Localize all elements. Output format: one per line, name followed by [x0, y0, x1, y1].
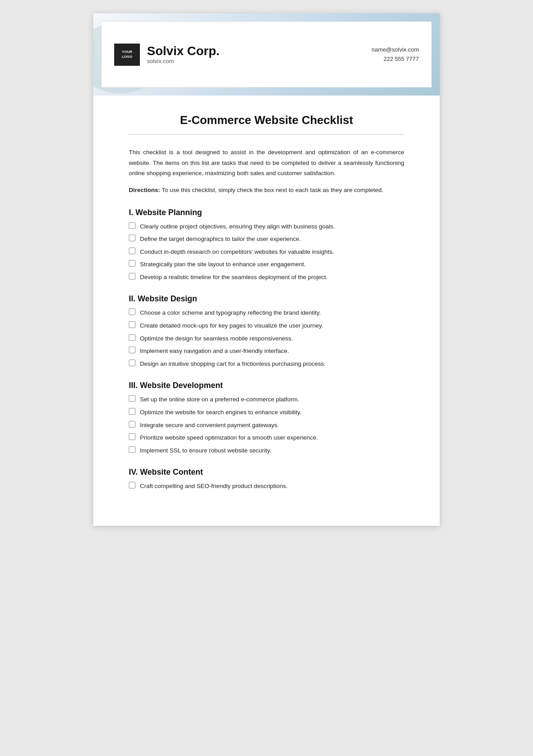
checklist-item: Choose a color scheme and typography ref…	[129, 308, 404, 318]
checkbox[interactable]	[129, 334, 135, 341]
checkbox[interactable]	[129, 273, 135, 280]
directions-text: To use this checklist, simply check the …	[160, 187, 384, 193]
checkbox[interactable]	[129, 321, 135, 328]
checkbox[interactable]	[129, 347, 135, 353]
section-2: II. Website DesignChoose a color scheme …	[129, 294, 404, 368]
section-2-title: II. Website Design	[129, 294, 404, 304]
checklist-item-label: Implement easy navigation and a user-fri…	[140, 346, 289, 356]
intro-paragraph: This checklist is a tool designed to ass…	[129, 147, 404, 179]
company-info: Solvix Corp. solvix.com	[147, 44, 219, 65]
checklist-item: Implement SSL to ensure robust website s…	[129, 446, 404, 456]
header-contact: name@solvix.com 222 555 7777	[372, 45, 419, 64]
directions-paragraph: Directions: To use this checklist, simpl…	[129, 185, 404, 196]
checklist-item: Implement easy navigation and a user-fri…	[129, 346, 404, 356]
checklist-item-label: Clearly outline project objectives, ensu…	[140, 222, 335, 232]
checklist-item: Conduct in-depth research on competitors…	[129, 247, 404, 257]
checklist-item-label: Define the target demographics to tailor…	[140, 234, 301, 244]
section-4-title: IV. Website Content	[129, 468, 404, 477]
checklist-item: Craft compelling and SEO-friendly produc…	[129, 481, 404, 491]
section-4: IV. Website ContentCraft compelling and …	[129, 468, 404, 491]
section-1-title: I. Website Planning	[129, 208, 404, 217]
checklist-item-label: Conduct in-depth research on competitors…	[140, 247, 334, 257]
checklist-item: Strategically plan the site layout to en…	[129, 260, 404, 269]
directions-label: Directions:	[129, 187, 160, 193]
checkbox[interactable]	[129, 433, 135, 440]
checkbox[interactable]	[129, 395, 135, 402]
checklist-item: Define the target demographics to tailor…	[129, 234, 404, 244]
page: YOUR LOGO Solvix Corp. solvix.com name@s…	[93, 13, 440, 526]
checklist-item: Integrate secure and convenient payment …	[129, 420, 404, 430]
checklist-item: Develop a realistic timeline for the sea…	[129, 272, 404, 282]
checkbox[interactable]	[129, 360, 135, 366]
checklist-item: Prioritize website speed optimization fo…	[129, 433, 404, 443]
checklist-item-label: Develop a realistic timeline for the sea…	[140, 272, 327, 282]
checklist-item-label: Integrate secure and convenient payment …	[140, 420, 279, 430]
title-divider	[129, 134, 404, 135]
checklist-item-label: Strategically plan the site layout to en…	[140, 260, 306, 269]
checklist-item: Clearly outline project objectives, ensu…	[129, 222, 404, 232]
checklist-item: Optimize the website for search engines …	[129, 408, 404, 417]
checkbox[interactable]	[129, 408, 135, 415]
sections-container: I. Website PlanningClearly outline proje…	[129, 208, 404, 492]
checkbox[interactable]	[129, 260, 135, 267]
checklist-item-label: Implement SSL to ensure robust website s…	[140, 446, 271, 456]
logo-line2: LOGO	[122, 55, 132, 59]
checkbox[interactable]	[129, 482, 135, 488]
checklist-item-label: Choose a color scheme and typography ref…	[140, 308, 321, 318]
checkbox[interactable]	[129, 222, 135, 229]
section-1: I. Website PlanningClearly outline proje…	[129, 208, 404, 282]
section-3-title: III. Website Development	[129, 381, 404, 390]
checklist-item-label: Optimize the website for search engines …	[140, 408, 302, 417]
logo-box: YOUR LOGO	[114, 44, 140, 66]
checklist-item-label: Optimize the design for seamless mobile …	[140, 334, 293, 344]
contact-email: name@solvix.com	[372, 45, 419, 55]
checkbox[interactable]	[129, 446, 135, 453]
checklist-item: Optimize the design for seamless mobile …	[129, 334, 404, 344]
checkbox[interactable]	[129, 421, 135, 428]
contact-phone: 222 555 7777	[372, 55, 419, 64]
checklist-item-label: Create detailed mock-ups for key pages t…	[140, 321, 323, 331]
company-name: Solvix Corp.	[147, 44, 219, 58]
checklist-item-label: Prioritize website speed optimization fo…	[140, 433, 318, 443]
checklist-item: Design an intuitive shopping cart for a …	[129, 359, 404, 369]
company-website: solvix.com	[147, 58, 219, 64]
header-background: YOUR LOGO Solvix Corp. solvix.com name@s…	[93, 13, 440, 96]
checklist-item-label: Craft compelling and SEO-friendly produc…	[140, 481, 287, 491]
checklist-item-label: Design an intuitive shopping cart for a …	[140, 359, 326, 369]
header-inner: YOUR LOGO Solvix Corp. solvix.com name@s…	[101, 21, 432, 88]
checkbox[interactable]	[129, 248, 135, 254]
document-title: E-Commerce Website Checklist	[129, 113, 404, 127]
logo-line1: YOUR	[122, 50, 132, 54]
checklist-item: Set up the online store on a preferred e…	[129, 395, 404, 404]
section-3: III. Website DevelopmentSet up the onlin…	[129, 381, 404, 455]
checkbox[interactable]	[129, 308, 135, 315]
checklist-item-label: Set up the online store on a preferred e…	[140, 395, 299, 404]
header-left: YOUR LOGO Solvix Corp. solvix.com	[114, 44, 219, 66]
checklist-item: Create detailed mock-ups for key pages t…	[129, 321, 404, 331]
checkbox[interactable]	[129, 235, 135, 241]
main-content: E-Commerce Website Checklist This checkl…	[93, 96, 440, 526]
